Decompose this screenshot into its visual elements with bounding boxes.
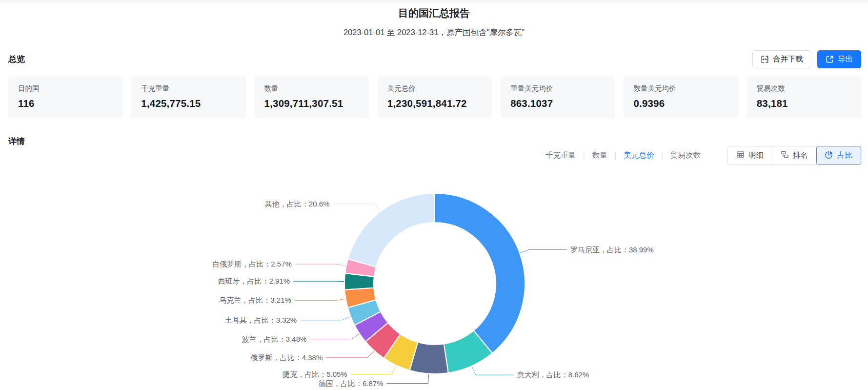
page-title: 目的国汇总报告 <box>0 0 868 20</box>
tab-separator: | <box>615 152 617 160</box>
pie-label: 德国，占比：6.87% <box>318 379 384 388</box>
stat-card-0: 目的国116 <box>8 77 122 118</box>
merge-download-button[interactable]: 合并下载 <box>752 50 811 68</box>
overview-header-row: 总览 合并下载 <box>0 50 868 68</box>
details-header-row: 详情 千克重量|数量|美元总价|贸易次数 明细排名占比 <box>0 136 868 165</box>
pie-label-line <box>295 299 345 300</box>
pie-label: 罗马尼亚，占比：38.99% <box>570 246 654 254</box>
rank-icon <box>781 150 789 161</box>
pie-label-line <box>387 374 429 384</box>
pie-label: 西班牙，占比：2.91% <box>218 277 290 285</box>
page: 目的国汇总报告 2023-01-01 至 2023-12-31，原产国包含"摩尔… <box>0 0 868 390</box>
page-subtitle: 2023-01-01 至 2023-12-31，原产国包含"摩尔多瓦" <box>0 27 868 38</box>
metric-tab-1[interactable]: 数量 <box>592 150 607 161</box>
stat-card-6: 贸易次数83,181 <box>747 77 861 118</box>
pie-label-line <box>520 250 567 253</box>
stat-card-value: 116 <box>18 98 113 109</box>
pie-label: 土耳其，占比：3.32% <box>225 316 297 324</box>
merge-download-label: 合并下载 <box>773 54 803 64</box>
pie-segment-0[interactable] <box>435 193 525 353</box>
details-controls: 千克重量|数量|美元总价|贸易次数 明细排名占比 <box>545 146 861 165</box>
pie-label: 乌克兰，占比：3.21% <box>219 296 291 304</box>
export-button[interactable]: 导出 <box>817 50 861 68</box>
pie-label: 意大利，占比：8.62% <box>517 370 589 379</box>
toolbar: 合并下载 导出 <box>752 50 861 68</box>
view-button-label: 排名 <box>793 150 808 161</box>
stat-card-value: 1,230,591,841.72 <box>387 98 482 109</box>
stat-card-value: 1,425,775.15 <box>141 98 236 109</box>
pie-label: 波兰，占比：3.48% <box>242 335 307 343</box>
stat-card-label: 数量 <box>264 84 359 93</box>
stat-card-1: 千克重量1,425,775.15 <box>131 77 245 118</box>
pie-label: 白俄罗斯，占比：2.57% <box>212 260 292 268</box>
merge-download-icon <box>761 55 769 63</box>
tab-separator: | <box>583 152 585 160</box>
stat-card-label: 目的国 <box>18 84 113 93</box>
metric-tab-3[interactable]: 贸易次数 <box>670 150 701 161</box>
view-button-2[interactable]: 占比 <box>816 146 861 165</box>
pie-segment-10[interactable] <box>348 193 435 267</box>
export-icon <box>826 55 834 63</box>
view-button-label: 占比 <box>837 150 852 161</box>
export-label: 导出 <box>838 54 853 64</box>
pie-label-line <box>310 334 359 339</box>
stat-card-2: 数量1,309,711,307.51 <box>255 77 369 118</box>
stat-cards: 目的国116千克重量1,425,775.15数量1,309,711,307.51… <box>0 77 868 118</box>
pie-label-line <box>295 264 346 266</box>
pie-label-line <box>472 367 514 375</box>
pie-label-line <box>351 366 396 374</box>
pie-label: 捷克，占比：5.05% <box>282 370 347 378</box>
stat-card-value: 0.9396 <box>633 98 728 109</box>
view-button-0[interactable]: 明细 <box>727 146 772 165</box>
tab-separator: | <box>661 152 663 160</box>
overview-heading: 总览 <box>8 54 25 65</box>
pie-label: 俄罗斯，占比：4.38% <box>250 353 323 362</box>
stat-card-3: 美元总价1,230,591,841.72 <box>378 77 492 118</box>
stat-card-label: 重量美元均价 <box>510 84 605 93</box>
pie-label: 其他，占比：20.6% <box>265 200 330 208</box>
stat-card-label: 美元总价 <box>387 84 482 93</box>
metric-tabs: 千克重量|数量|美元总价|贸易次数 <box>545 150 701 161</box>
stat-card-value: 83,181 <box>757 98 851 109</box>
pie-icon <box>825 150 833 161</box>
stat-card-label: 千克重量 <box>141 84 236 93</box>
view-button-label: 明细 <box>748 150 764 161</box>
pie-label-line <box>300 317 350 320</box>
view-button-1[interactable]: 排名 <box>772 146 817 165</box>
details-heading: 详情 <box>8 136 25 147</box>
stat-card-label: 贸易次数 <box>757 84 851 93</box>
pie-label-line <box>326 351 374 358</box>
metric-tab-2[interactable]: 美元总价 <box>624 150 654 161</box>
stat-card-4: 重量美元均价863.1037 <box>501 77 615 118</box>
stat-card-value: 863.1037 <box>510 98 605 109</box>
metric-tab-0[interactable]: 千克重量 <box>545 150 576 161</box>
view-button-group: 明细排名占比 <box>727 146 861 165</box>
pie-label-line <box>333 204 380 211</box>
stat-card-5: 数量美元均价0.9396 <box>624 77 738 118</box>
table-icon <box>736 150 745 161</box>
stat-card-label: 数量美元均价 <box>633 84 728 93</box>
stat-card-value: 1,309,711,307.51 <box>264 98 359 109</box>
